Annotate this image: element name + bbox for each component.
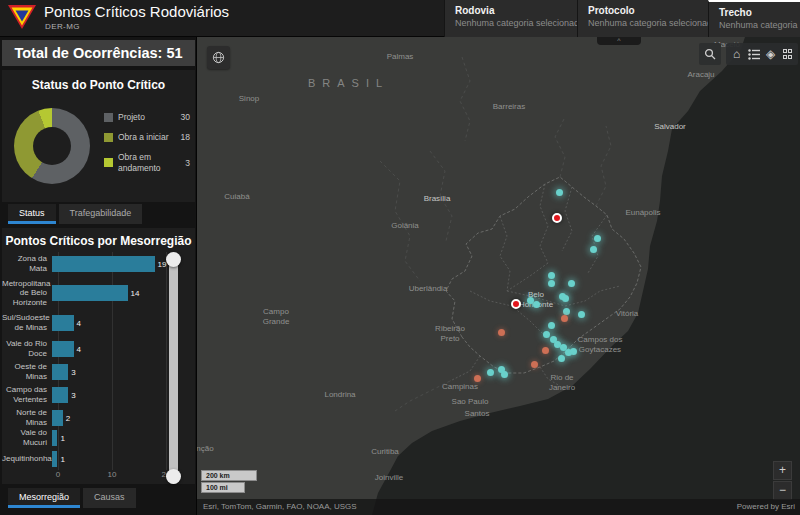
bar-value: 4: [77, 319, 81, 328]
critical-point-marker[interactable]: [511, 299, 521, 309]
point-marker-teal[interactable]: [590, 246, 597, 253]
point-marker-teal[interactable]: [563, 308, 570, 315]
legend-item: Obra em andamento3: [104, 152, 190, 172]
bar-value: 2: [66, 414, 70, 423]
bar-value: 1: [60, 455, 64, 464]
bar-category-label: Campo das Vertentes: [2, 385, 52, 404]
bar-row: Norte de Minas2: [2, 408, 195, 428]
chart-scrollbar-thumb-bottom[interactable]: [166, 469, 181, 484]
bar-value: 1: [60, 434, 64, 443]
state-borders: [380, 57, 611, 411]
status-legend: Projeto30Obra a iniciar18Obra em andamen…: [104, 112, 190, 173]
point-marker-teal[interactable]: [558, 355, 565, 362]
legend-label: Projeto: [118, 112, 178, 122]
bar-category-label: Jequitinhonha: [2, 454, 52, 464]
point-marker-orange[interactable]: [474, 375, 481, 382]
filter-trecho[interactable]: Trecho Nenhuma categoria selecionada: [708, 0, 800, 37]
point-marker-teal[interactable]: [548, 280, 555, 287]
point-marker-teal[interactable]: [543, 331, 550, 338]
point-marker-orange[interactable]: [542, 347, 549, 354]
point-marker-teal[interactable]: [501, 371, 508, 378]
point-marker-orange[interactable]: [561, 315, 568, 322]
category-filters: Rodovia Nenhuma categoria selecionada Pr…: [444, 0, 800, 37]
point-marker-teal[interactable]: [548, 272, 555, 279]
mesoregion-tabs: Mesorregião Causas: [8, 488, 139, 508]
point-marker-teal[interactable]: [570, 348, 577, 355]
bar[interactable]: [52, 387, 68, 403]
bar-value: 3: [71, 391, 75, 400]
bar-category-label: Norte de Minas: [2, 408, 52, 427]
point-marker-orange[interactable]: [531, 361, 538, 368]
filter-rodovia[interactable]: Rodovia Nenhuma categoria selecionada: [444, 0, 577, 37]
basemap: [197, 37, 800, 515]
left-sidebar: Total de Ocorrências: 51 Status do Ponto…: [0, 37, 197, 515]
legend-label: Obra a iniciar: [118, 132, 178, 142]
tab-status[interactable]: Status: [8, 204, 56, 224]
bar-row: Sul/Sudoeste de Minas4: [2, 310, 195, 336]
layers-button[interactable]: ◈: [762, 44, 779, 64]
bar-row: Jequitinhonha1: [2, 448, 195, 470]
legend-label: Obra em andamento: [118, 152, 182, 172]
point-marker-teal[interactable]: [562, 295, 569, 302]
home-button[interactable]: ⌂: [728, 44, 745, 64]
page-title: Pontos Críticos Rodoviários: [44, 3, 229, 20]
x-tick-label: 0: [56, 470, 60, 479]
legend-swatch: [104, 133, 113, 142]
chart-scrollbar-thumb-top[interactable]: [166, 252, 181, 267]
filter-protocolo[interactable]: Protocolo Nenhuma categoria selecionada: [577, 0, 708, 37]
status-panel-title: Status do Ponto Crítico: [2, 78, 195, 92]
legend-value: 3: [185, 158, 190, 168]
mesoregion-panel: Pontos Críticos por Mesorregião Zona da …: [2, 228, 195, 484]
bar[interactable]: [52, 410, 63, 426]
bar[interactable]: [52, 315, 74, 331]
bar-category-label: Sul/Sudoeste de Minas: [2, 313, 52, 332]
bar-category-label: Oeste de Minas: [2, 362, 52, 381]
bar-row: Oeste de Minas3: [2, 362, 195, 382]
tab-mesorregiao[interactable]: Mesorregião: [8, 488, 80, 508]
point-marker-teal[interactable]: [487, 369, 494, 376]
bar-row: Vale do Mucuri1: [2, 428, 195, 448]
bar-row: Vale do Rio Doce4: [2, 336, 195, 362]
legend-swatch: [104, 113, 113, 122]
point-marker-teal[interactable]: [548, 322, 555, 329]
bar-category-label: Vale do Rio Doce: [2, 339, 52, 358]
critical-point-marker[interactable]: [552, 213, 562, 223]
zoom-out-button[interactable]: −: [773, 481, 792, 500]
basemap-button[interactable]: [779, 44, 796, 64]
point-marker-teal[interactable]: [594, 235, 601, 242]
bar-category-label: Metropolitana de Belo Horizonte: [2, 279, 52, 308]
status-donut-chart[interactable]: [14, 108, 90, 184]
bar-row: Metropolitana de Belo Horizonte14: [2, 276, 195, 310]
map-widget-button[interactable]: [207, 46, 230, 69]
legend-item: Obra a iniciar18: [104, 132, 190, 142]
home-icon: ⌂: [733, 47, 740, 61]
legend-value: 30: [181, 112, 190, 122]
bar[interactable]: [52, 256, 155, 272]
total-occurrences: Total de Ocorrências: 51: [2, 40, 195, 66]
map-search-button[interactable]: [699, 43, 721, 65]
bar[interactable]: [52, 451, 57, 467]
tab-causas[interactable]: Causas: [83, 488, 136, 508]
point-marker-teal[interactable]: [568, 280, 575, 287]
tab-trafegabilidade[interactable]: Trafegabilidade: [59, 204, 143, 224]
point-marker-orange[interactable]: [498, 329, 505, 336]
zoom-in-button[interactable]: +: [773, 461, 792, 480]
legend-button[interactable]: [745, 44, 762, 64]
point-marker-teal[interactable]: [533, 301, 540, 308]
mesoregion-borders: [450, 184, 620, 386]
legend-value: 18: [181, 132, 190, 142]
bar-chart: Zona da Mata19Metropolitana de Belo Hori…: [2, 252, 195, 470]
bar[interactable]: [52, 364, 68, 380]
bar-value: 14: [131, 289, 140, 298]
search-icon: [704, 48, 716, 60]
map-canvas[interactable]: PalmasBRASILSinopBarreirasMaceióAracajuS…: [197, 37, 800, 515]
bar[interactable]: [52, 285, 128, 301]
scalebar-km: 200 km: [201, 470, 257, 481]
bar[interactable]: [52, 430, 57, 446]
bar-category-label: Zona da Mata: [2, 254, 52, 273]
point-marker-teal[interactable]: [556, 189, 563, 196]
chart-scrollbar-track[interactable]: [169, 254, 178, 484]
panel-collapse-handle[interactable]: ^: [597, 37, 641, 45]
bar[interactable]: [52, 341, 74, 357]
point-marker-teal[interactable]: [578, 311, 585, 318]
